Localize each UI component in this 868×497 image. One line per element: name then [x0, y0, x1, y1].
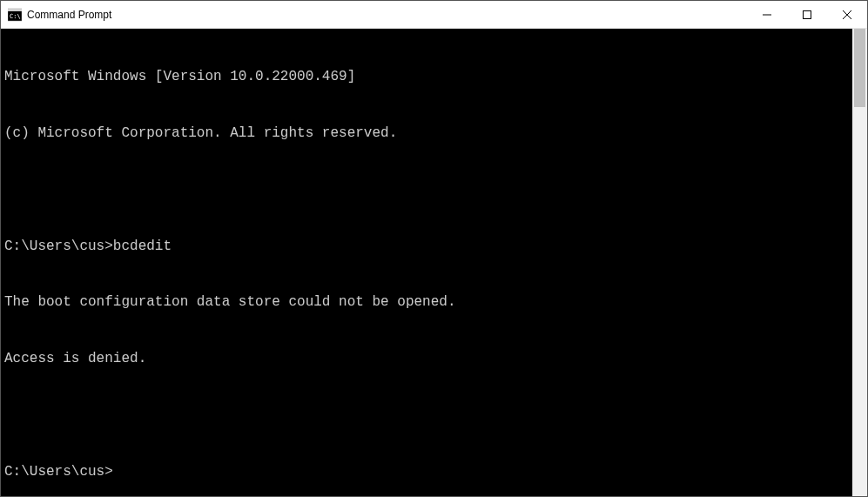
terminal-current-prompt-line: C:\Users\cus>: [4, 463, 849, 482]
vertical-scrollbar[interactable]: [852, 29, 867, 496]
minimize-button[interactable]: [747, 1, 787, 28]
close-button[interactable]: [827, 1, 867, 28]
terminal-command-line: C:\Users\cus>bcdedit: [4, 238, 849, 257]
svg-rect-4: [804, 10, 811, 18]
terminal-container: Microsoft Windows [Version 10.0.22000.46…: [1, 29, 867, 496]
terminal-line: Access is denied.: [4, 350, 849, 369]
svg-text:C:\: C:\: [10, 13, 21, 20]
window-title: Command Prompt: [27, 9, 747, 21]
command-prompt-icon: C:\: [8, 8, 22, 22]
maximize-button[interactable]: [787, 1, 827, 28]
titlebar[interactable]: C:\ Command Prompt: [1, 1, 867, 29]
svg-rect-1: [8, 9, 22, 11]
terminal-line: (c) Microsoft Corporation. All rights re…: [4, 124, 849, 144]
terminal-output[interactable]: Microsoft Windows [Version 10.0.22000.46…: [1, 29, 852, 496]
terminal-prompt: C:\Users\cus>: [4, 464, 113, 480]
terminal-blank-line: [4, 406, 849, 426]
terminal-prompt: C:\Users\cus>: [4, 238, 113, 254]
scrollbar-thumb[interactable]: [854, 29, 865, 107]
terminal-line: The boot configuration data store could …: [4, 293, 849, 312]
terminal-command: bcdedit: [113, 238, 172, 254]
window-controls: [747, 1, 867, 28]
terminal-line: Microsoft Windows [Version 10.0.22000.46…: [4, 68, 849, 87]
terminal-blank-line: [4, 181, 849, 200]
command-prompt-window: C:\ Command Prompt Microsoft Windows [Ve…: [0, 0, 868, 497]
